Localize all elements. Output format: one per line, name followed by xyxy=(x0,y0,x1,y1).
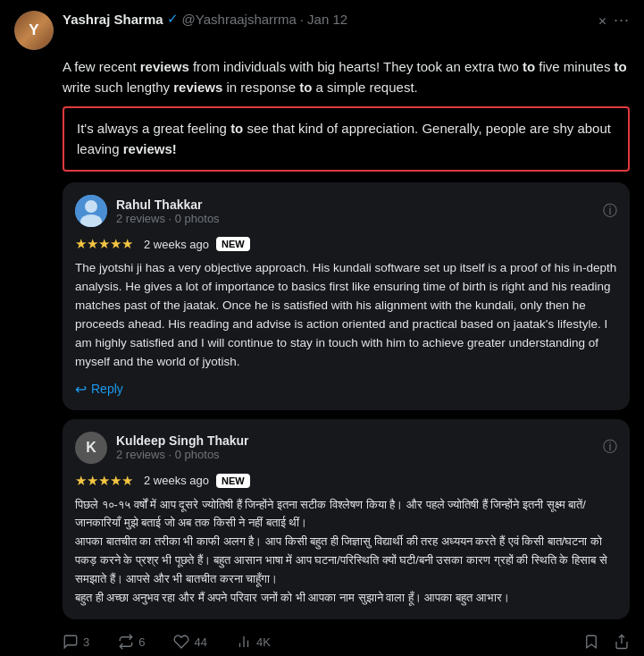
review-1-time: 2 weeks ago xyxy=(144,238,209,251)
review-2-stars-row: ★★★★★ 2 weeks ago NEW xyxy=(75,473,617,489)
review-2-new-badge: NEW xyxy=(216,474,250,488)
review-2-info: Kuldeep Singh Thakur 2 reviews · 0 photo… xyxy=(116,433,249,461)
bookmark-icon xyxy=(583,634,599,650)
review-1-meta: 2 reviews · 0 photos xyxy=(116,212,220,225)
reply-label: Reply xyxy=(91,382,123,396)
review-card-1: Rahul Thakkar 2 reviews · 0 photos ⓘ ★★★… xyxy=(63,182,630,410)
tweet-menu: ✕ ··· xyxy=(598,11,630,29)
review-1-text: The jyotshi ji has a very objective appr… xyxy=(75,259,617,372)
share-action[interactable] xyxy=(614,634,630,650)
views-count: 4K xyxy=(256,635,271,649)
tweet-container: Y Yashraj Sharma ✓ @Yashraajsharrma · Ja… xyxy=(0,0,644,656)
author-avatar[interactable]: Y xyxy=(14,11,54,50)
like-count: 44 xyxy=(194,635,206,649)
verified-icon: ✓ xyxy=(167,11,179,27)
retweet-action[interactable]: 6 xyxy=(118,634,145,650)
tweet-body: A few recent reviews from individuals wi… xyxy=(63,57,630,619)
author-display-name[interactable]: Yashraj Sharma xyxy=(63,12,163,27)
review-card-2: K Kuldeep Singh Thakur 2 reviews · 0 pho… xyxy=(63,419,630,620)
retweet-icon xyxy=(118,634,134,650)
like-icon xyxy=(173,634,189,650)
separator-dot: · xyxy=(300,12,304,27)
views-action[interactable]: 4K xyxy=(236,634,271,650)
review-1-name: Rahul Thakkar xyxy=(116,198,220,212)
review-2-header: K Kuldeep Singh Thakur 2 reviews · 0 pho… xyxy=(75,432,617,464)
highlighted-quote: It's always a great feeling to see that … xyxy=(63,106,630,172)
review-1-stars: ★★★★★ xyxy=(75,236,133,252)
comment-icon xyxy=(63,634,79,650)
author-username[interactable]: @Yashraajsharrma xyxy=(182,12,297,27)
review-2-avatar: K xyxy=(75,432,107,464)
reply-arrow-icon: ↩ xyxy=(75,381,87,398)
tweet-text: A few recent reviews from individuals wi… xyxy=(63,57,630,97)
comment-count: 3 xyxy=(83,635,89,649)
bookmark-action[interactable] xyxy=(583,634,599,650)
review-2-meta: 2 reviews · 0 photos xyxy=(116,448,249,461)
review-1-info-icon[interactable]: ⓘ xyxy=(603,202,617,221)
review-1-avatar xyxy=(75,195,107,227)
tweet-header: Y Yashraj Sharma ✓ @Yashraajsharrma · Ja… xyxy=(14,11,630,50)
more-options-icon[interactable]: ··· xyxy=(614,11,630,29)
tweet-timestamp: Jan 12 xyxy=(307,12,347,27)
review-1-info: Rahul Thakkar 2 reviews · 0 photos xyxy=(116,198,220,225)
comment-action[interactable]: 3 xyxy=(63,634,89,650)
review-1-new-badge: NEW xyxy=(216,237,250,251)
review-2-name: Kuldeep Singh Thakur xyxy=(116,433,249,448)
review-2-stars: ★★★★★ xyxy=(75,473,133,489)
reply-button[interactable]: ↩ Reply xyxy=(75,381,617,398)
review-2-info-icon[interactable]: ⓘ xyxy=(603,438,617,457)
xpost-icon: ✕ xyxy=(598,13,606,29)
retweet-count: 6 xyxy=(138,635,145,649)
tweet-actions: 3 6 44 4K xyxy=(63,628,630,656)
views-icon xyxy=(236,634,252,650)
review-1-stars-row: ★★★★★ 2 weeks ago NEW xyxy=(75,236,617,252)
review-2-time: 2 weeks ago xyxy=(144,474,209,487)
like-action[interactable]: 44 xyxy=(173,634,206,650)
svg-point-1 xyxy=(85,200,97,213)
review-1-header: Rahul Thakkar 2 reviews · 0 photos ⓘ xyxy=(75,195,617,227)
share-icon xyxy=(614,634,630,650)
review-2-text: पिछले १०-१५ वर्षों में आप दूसरे ज्योतिषी… xyxy=(75,496,617,608)
